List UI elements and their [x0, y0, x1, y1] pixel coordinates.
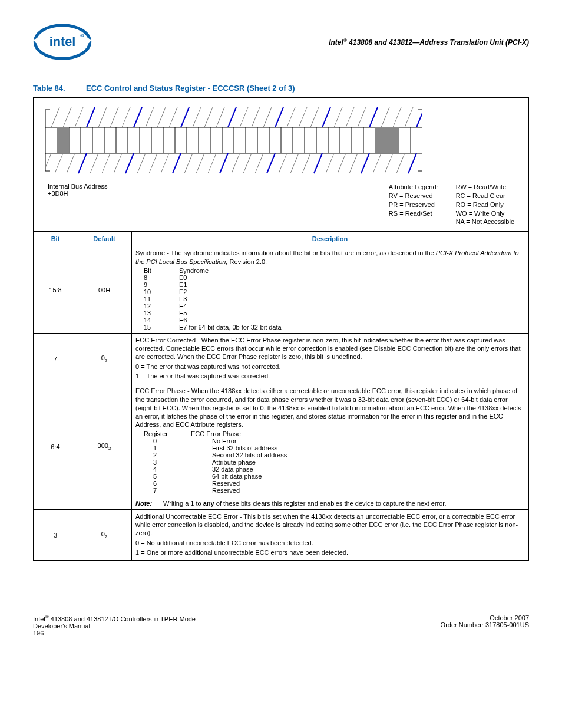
page-header: intel R Intel® 413808 and 413812—Address… — [33, 24, 529, 60]
svg-line-99 — [290, 153, 299, 173]
header-title: Intel® 413808 and 413812—Address Transla… — [329, 38, 529, 47]
table-row: 7 02 ECC Error Corrected - When the ECC … — [34, 333, 528, 384]
svg-line-84 — [114, 153, 122, 173]
table-row: 6:4 0002 ECC Error Phase - When the 4138… — [34, 384, 528, 509]
svg-line-10 — [122, 107, 130, 127]
svg-line-18 — [216, 107, 224, 127]
svg-line-111 — [125, 153, 134, 173]
svg-line-20 — [240, 107, 248, 127]
svg-line-98 — [279, 153, 287, 173]
table-row: 3 02 Additional Uncorrectable ECC Error … — [34, 509, 528, 560]
svg-line-106 — [373, 153, 381, 173]
svg-line-95 — [243, 153, 252, 173]
svg-line-88 — [161, 153, 169, 173]
svg-line-37 — [134, 107, 142, 127]
svg-line-4 — [51, 107, 59, 127]
svg-line-6 — [75, 107, 83, 127]
svg-line-22 — [263, 107, 272, 127]
svg-line-116 — [361, 153, 369, 173]
svg-line-90 — [184, 153, 193, 173]
svg-line-42 — [369, 107, 378, 127]
svg-line-36 — [87, 107, 95, 127]
th-bit: Bit — [34, 232, 77, 246]
svg-line-78 — [45, 153, 51, 173]
svg-line-87 — [149, 153, 157, 173]
th-description: Description — [132, 232, 528, 246]
svg-line-12 — [146, 107, 154, 127]
svg-line-82 — [90, 153, 98, 173]
svg-line-28 — [334, 107, 342, 127]
svg-line-112 — [173, 153, 181, 173]
svg-line-96 — [255, 153, 263, 173]
svg-line-80 — [67, 153, 75, 173]
register-box: Internal Bus Address +0D8H Attribute Leg… — [33, 97, 529, 561]
intel-logo: intel R — [33, 24, 92, 60]
svg-line-9 — [110, 107, 118, 127]
svg-line-13 — [157, 107, 166, 127]
svg-line-8 — [98, 107, 107, 127]
svg-line-39 — [228, 107, 236, 127]
svg-line-26 — [310, 107, 319, 127]
svg-line-103 — [338, 153, 346, 173]
svg-line-5 — [63, 107, 71, 127]
svg-line-24 — [287, 107, 295, 127]
svg-line-17 — [204, 107, 213, 127]
svg-line-110 — [78, 153, 87, 173]
svg-line-30 — [358, 107, 366, 127]
svg-line-79 — [55, 153, 63, 173]
svg-line-32 — [381, 107, 389, 127]
svg-line-108 — [396, 153, 405, 173]
svg-rect-77 — [375, 127, 399, 153]
bitfield-diagram — [45, 105, 422, 176]
th-default: Default — [77, 232, 132, 246]
table-row: 15:8 00H Syndrome - The syndrome indicat… — [34, 246, 528, 334]
svg-line-33 — [393, 107, 401, 127]
svg-line-114 — [267, 153, 275, 173]
internal-bus-address: Internal Bus Address +0D8H — [48, 183, 108, 226]
table-caption: Table 84.ECC Control and Status Register… — [33, 84, 529, 93]
svg-line-40 — [275, 107, 283, 127]
svg-line-16 — [193, 107, 201, 127]
svg-line-34 — [405, 107, 413, 127]
svg-line-113 — [220, 153, 228, 173]
page-footer: Intel® 413808 and 413812 I/O Controllers… — [33, 614, 529, 637]
svg-line-38 — [181, 107, 189, 127]
attribute-legend: Attribute Legend: RV = Reserved PR = Pre… — [389, 183, 514, 226]
svg-line-117 — [408, 153, 416, 173]
svg-line-91 — [196, 153, 204, 173]
svg-text:intel: intel — [49, 35, 76, 50]
svg-rect-76 — [57, 127, 69, 153]
svg-line-41 — [322, 107, 330, 127]
svg-line-14 — [169, 107, 177, 127]
svg-line-94 — [232, 153, 240, 173]
svg-line-115 — [314, 153, 322, 173]
svg-line-104 — [349, 153, 358, 173]
svg-line-83 — [102, 153, 110, 173]
svg-line-102 — [326, 153, 334, 173]
svg-line-92 — [208, 153, 216, 173]
svg-line-107 — [385, 153, 393, 173]
svg-line-25 — [299, 107, 307, 127]
svg-line-21 — [252, 107, 260, 127]
svg-line-29 — [346, 107, 354, 127]
svg-text:R: R — [81, 34, 83, 37]
svg-line-86 — [137, 153, 146, 173]
svg-line-100 — [302, 153, 310, 173]
register-table: Bit Default Description 15:8 00H Syndrom… — [34, 231, 528, 561]
svg-line-43 — [416, 107, 422, 127]
